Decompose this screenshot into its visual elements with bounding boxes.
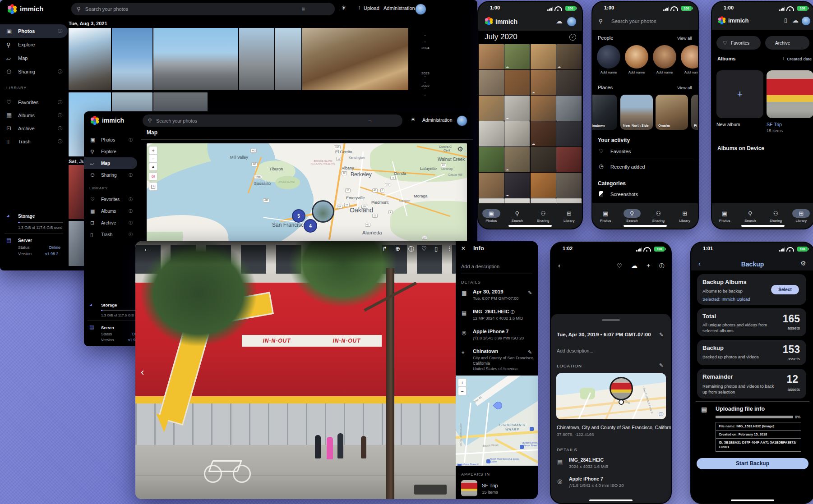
photo-thumbnail[interactable] <box>479 44 504 69</box>
settings-gear-icon[interactable]: ⚙ <box>800 260 806 267</box>
person-item[interactable]: Add name <box>597 45 620 79</box>
user-avatar[interactable] <box>567 17 577 27</box>
administration-link[interactable]: Administration <box>422 117 453 123</box>
album-card-sf-trip[interactable] <box>767 70 813 118</box>
select-albums-button[interactable]: Select <box>771 285 799 294</box>
map-zoom-out-button[interactable]: − <box>149 154 157 163</box>
sidebar-item[interactable]: ⚇ Sharing ⓘ <box>84 169 137 181</box>
face-avatar[interactable] <box>597 45 620 69</box>
info-icon[interactable]: ⓘ <box>129 220 133 226</box>
recently-added-row[interactable]: Recently added <box>610 164 645 170</box>
info-icon[interactable]: ⓘ <box>129 208 133 214</box>
back-icon[interactable]: ‹ <box>558 261 560 269</box>
photo-thumbnail[interactable]: ☁ <box>531 70 556 95</box>
nav-tab[interactable]: ⊞ Library <box>672 209 698 223</box>
photo-thumbnail[interactable] <box>479 173 504 198</box>
share-icon[interactable]: ↱ <box>382 245 387 252</box>
attribution-info-icon[interactable]: ⓘ <box>659 411 663 417</box>
favorite-icon[interactable]: ♡ <box>421 245 427 252</box>
add-name-label[interactable]: Add name <box>625 70 648 74</box>
sidebar-item[interactable]: ⚇ Sharing ⓘ <box>0 65 68 78</box>
people-view-all-link[interactable]: View all <box>677 36 692 41</box>
add-to-icon[interactable]: + <box>647 262 650 269</box>
start-backup-button[interactable]: Start Backup <box>697 458 808 469</box>
delete-icon[interactable]: ▯ <box>434 245 438 252</box>
filter-icon[interactable]: ≡ <box>302 6 305 12</box>
photo-thumbnail[interactable]: ☁ <box>504 96 530 121</box>
search-input[interactable] <box>84 6 298 12</box>
photo-thumbnail[interactable]: ☁ <box>556 44 582 69</box>
upload-icon[interactable]: ↑ <box>358 5 360 11</box>
sidebar-item[interactable]: ⊡ Archive ⓘ <box>84 217 137 229</box>
photo-thumbnail[interactable] <box>556 70 582 95</box>
search-bar[interactable]: ⚲ ≡ <box>143 115 402 127</box>
map-compass-button[interactable]: ▴ <box>149 162 157 171</box>
back-icon[interactable]: ← <box>143 245 150 252</box>
upload-button[interactable]: Upload <box>364 5 379 11</box>
theme-toggle-icon[interactable]: ☀ <box>341 5 346 11</box>
person-item[interactable]: Add name <box>625 45 648 79</box>
favorite-icon[interactable]: ♡ <box>617 262 622 269</box>
nav-tab[interactable]: ⊞ Library <box>556 209 582 223</box>
info-icon[interactable]: ⓘ <box>659 262 665 270</box>
nav-tab[interactable]: ⚇ Sharing <box>530 209 556 223</box>
nav-tab[interactable]: ▣ Photos <box>592 209 619 223</box>
nav-tab[interactable]: ⚲ Search <box>504 209 531 223</box>
map-cluster-marker[interactable]: 5 <box>292 209 305 223</box>
search-input[interactable] <box>155 118 365 124</box>
info-icon[interactable]: ⓘ <box>129 232 133 238</box>
add-name-label[interactable]: Add name <box>681 70 698 74</box>
filter-icon[interactable]: ≡ <box>368 118 371 124</box>
map-settings-gear-icon[interactable]: ⚙ <box>457 145 463 153</box>
info-icon[interactable]: ⓘ <box>58 28 62 34</box>
map-zoom-out-button[interactable]: − <box>458 387 467 395</box>
person-item[interactable]: Add name <box>653 45 676 79</box>
location-map[interactable]: - San Francisco Ferry B The Emb ⓘ <box>556 373 666 419</box>
photo-thumbnail[interactable]: ☁ <box>504 44 530 69</box>
favorites-row[interactable]: Favorites <box>610 149 631 154</box>
sidebar-item[interactable]: ▦ Albums ⓘ <box>84 205 137 217</box>
cloud-backup-icon[interactable]: ☁ <box>556 17 563 25</box>
add-description-field[interactable]: Add description... <box>557 348 593 353</box>
sidebar-item[interactable]: ▯ Trash ⓘ <box>84 229 137 240</box>
map-cluster-marker[interactable]: 4 <box>304 219 317 233</box>
info-icon[interactable]: ⓘ <box>408 245 414 253</box>
photo-thumbnail[interactable] <box>302 28 408 90</box>
previous-photo-icon[interactable]: ‹ <box>141 367 144 378</box>
sidebar-item[interactable]: ▯ Trash ⓘ <box>0 135 68 148</box>
cloud-backup-icon[interactable]: ☁ <box>792 17 799 24</box>
sidebar-item[interactable]: ⚲ Explore <box>84 146 137 157</box>
timeline-scrubber[interactable]: 2024202320222021 <box>420 23 433 122</box>
nav-tab[interactable]: ⚲ Search <box>619 209 646 223</box>
photo-thumbnail[interactable] <box>531 173 556 198</box>
face-avatar[interactable] <box>681 45 698 69</box>
info-icon[interactable]: ⓘ <box>129 172 133 178</box>
map-layers-button[interactable]: ⊘ <box>149 172 157 181</box>
home-indicator[interactable] <box>731 499 774 501</box>
sidebar-item[interactable]: ▱ Map <box>0 51 68 65</box>
sidebar-item[interactable]: ▣ Photos ⓘ <box>84 134 137 146</box>
photo-thumbnail[interactable]: ☁ <box>504 173 530 198</box>
info-icon[interactable]: ⓘ <box>58 125 62 132</box>
photo-map-marker[interactable] <box>610 377 633 400</box>
info-icon[interactable]: ⓘ <box>58 99 62 105</box>
place-card[interactable]: Chinatown <box>591 95 617 130</box>
photo-viewer-image[interactable]: IN-N-OUT IN-N-OUT ← ↱ ⊕ <box>135 241 456 499</box>
sidebar-item[interactable]: ▣ Photos ⓘ <box>0 24 68 38</box>
home-indicator[interactable] <box>741 225 785 227</box>
photo-thumbnail[interactable] <box>479 70 504 95</box>
map-zoom-in-button[interactable]: + <box>149 146 157 155</box>
sidebar-item[interactable]: ▱ Map <box>84 157 137 169</box>
edit-location-pencil-icon[interactable]: ✎ <box>528 349 532 355</box>
photo-thumbnail[interactable] <box>531 147 556 172</box>
photo-thumbnail[interactable]: ☁ <box>531 121 556 147</box>
edit-datetime-pencil-icon[interactable]: ✎ <box>659 332 663 338</box>
sidebar-item[interactable]: ♡ Favorites ⓘ <box>84 193 137 205</box>
photo-thumbnail[interactable] <box>69 28 111 90</box>
home-indicator[interactable] <box>624 225 667 227</box>
theme-toggle-icon[interactable]: ☀ <box>411 116 416 123</box>
nav-tab[interactable]: ⊞ Library <box>789 209 813 223</box>
sidebar-item[interactable]: ⚲ Explore <box>0 38 68 51</box>
photo-thumbnail[interactable] <box>556 147 582 172</box>
home-indicator[interactable] <box>508 225 552 227</box>
